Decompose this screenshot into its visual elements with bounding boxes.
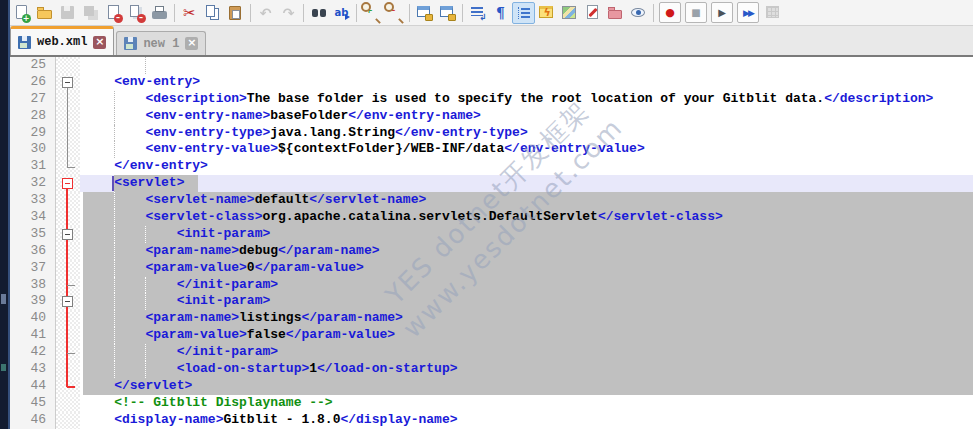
code-text[interactable]: <init-param>: [80, 226, 973, 243]
code-line[interactable]: 38 </init-param>: [8, 277, 973, 294]
fold-margin: [55, 344, 80, 361]
macro-play-button[interactable]: ▶: [711, 2, 733, 23]
macro-record-button[interactable]: ●: [659, 2, 681, 23]
macro-run-multiple-button[interactable]: ▶▶: [737, 2, 759, 23]
code-text[interactable]: <servlet>: [80, 175, 973, 192]
code-line[interactable]: 40 <param-name>listings</param-name>: [8, 310, 973, 327]
closeall-icon: [128, 4, 146, 22]
code-text[interactable]: <servlet-class>org.apache.catalina.servl…: [80, 209, 973, 226]
code-text[interactable]: <param-name>listings</param-name>: [80, 310, 973, 327]
print-icon: [151, 4, 169, 22]
code-text[interactable]: <env-entry>: [80, 74, 973, 91]
code-line[interactable]: 27 <description>The base folder is used …: [8, 91, 973, 108]
code-line[interactable]: 26 <env-entry>: [8, 74, 973, 91]
code-text[interactable]: <env-entry-name>baseFolder</env-entry-na…: [80, 108, 973, 125]
code-text[interactable]: [80, 57, 973, 74]
folder-as-workspace-button[interactable]: [604, 2, 627, 24]
replace-button[interactable]: ab: [330, 2, 353, 24]
code-editor[interactable]: 2526 <env-entry>27 <description>The base…: [8, 57, 973, 429]
sync-horizontal-scroll-button[interactable]: [436, 2, 459, 24]
indent-guide: [145, 293, 146, 310]
code-line[interactable]: 25: [8, 57, 973, 74]
tab-close-icon[interactable]: ×: [185, 37, 198, 50]
copy-button[interactable]: [201, 2, 224, 24]
fold-toggle[interactable]: [62, 229, 73, 240]
code-line[interactable]: 33 <servlet-name>default</servlet-name>: [8, 192, 973, 209]
code-text[interactable]: <description>The base folder is used to …: [80, 91, 973, 108]
close-button[interactable]: [102, 2, 125, 24]
code-line[interactable]: 35 <init-param>: [8, 226, 973, 243]
macro-stop-button[interactable]: ■: [685, 2, 707, 23]
code-text[interactable]: <env-entry-type>java.lang.String</env-en…: [80, 125, 973, 142]
code-line[interactable]: 41 <param-value>false</param-value>: [8, 327, 973, 344]
undo-button[interactable]: ↶: [254, 2, 277, 24]
code-line[interactable]: 37 <param-value>0</param-value>: [8, 260, 973, 277]
save-all-button[interactable]: [79, 2, 102, 24]
map-icon: [561, 4, 579, 22]
indent-guide: [114, 243, 115, 260]
code-text[interactable]: </env-entry>: [80, 158, 973, 175]
fold-toggle[interactable]: [62, 77, 73, 88]
xml-tag: <param-value>: [145, 260, 246, 275]
code-line[interactable]: 29 <env-entry-type>java.lang.String</env…: [8, 125, 973, 142]
code-line[interactable]: 43 <load-on-startup>1</load-on-startup>: [8, 361, 973, 378]
code-text[interactable]: <init-param>: [80, 293, 973, 310]
xml-tag: <display-name>: [114, 412, 223, 427]
code-line[interactable]: 32 <servlet>: [8, 175, 973, 192]
find-button[interactable]: [307, 2, 330, 24]
tab-web-xml[interactable]: web.xml×: [10, 26, 114, 55]
fold-mark: [66, 327, 68, 344]
code-text[interactable]: </servlet>: [80, 378, 973, 395]
cut-button[interactable]: ✂: [178, 2, 201, 24]
zoom-in-button[interactable]: +: [360, 2, 383, 24]
macro-save-button[interactable]: [761, 2, 784, 24]
show-all-characters-button[interactable]: ¶: [489, 2, 512, 24]
code-text[interactable]: <param-value>0</param-value>: [80, 260, 973, 277]
function-list-button[interactable]: [581, 2, 604, 24]
new-icon: [13, 4, 31, 22]
xml-tag: </param-name>: [301, 310, 402, 325]
code-line[interactable]: 45 <!-- Gitblit Displayname -->: [8, 395, 973, 412]
xml-tag: </env-entry-type>: [395, 125, 528, 140]
code-text[interactable]: <servlet-name>default</servlet-name>: [80, 192, 973, 209]
monitoring-button[interactable]: [627, 2, 650, 24]
print-button[interactable]: [148, 2, 171, 24]
fold-toggle[interactable]: [62, 296, 73, 307]
open-file-button[interactable]: [33, 2, 56, 24]
tab-new-1[interactable]: new 1×: [116, 31, 206, 55]
fold-margin: [55, 327, 80, 344]
zoom-out-button[interactable]: −: [383, 2, 406, 24]
save-button[interactable]: [56, 2, 79, 24]
define-language-button[interactable]: [535, 2, 558, 24]
code-line[interactable]: 46 <display-name>Gitblit - 1.8.0</displa…: [8, 412, 973, 429]
redo-button[interactable]: ↷: [277, 2, 300, 24]
code-line[interactable]: 30 <env-entry-value>${contextFolder}/WEB…: [8, 141, 973, 158]
code-text[interactable]: <param-name>debug</param-name>: [80, 243, 973, 260]
code-text[interactable]: </init-param>: [80, 344, 973, 361]
tab-close-icon[interactable]: ×: [93, 36, 106, 49]
word-wrap-button[interactable]: [466, 2, 489, 24]
fold-mark: [67, 285, 75, 286]
paste-button[interactable]: [224, 2, 247, 24]
code-text[interactable]: <param-value>false</param-value>: [80, 327, 973, 344]
code-line[interactable]: 31 </env-entry>: [8, 158, 973, 175]
new-file-button[interactable]: [10, 2, 33, 24]
code-text[interactable]: <env-entry-value>${contextFolder}/WEB-IN…: [80, 141, 973, 158]
code-line[interactable]: 42 </init-param>: [8, 344, 973, 361]
code-line[interactable]: 36 <param-name>debug</param-name>: [8, 243, 973, 260]
code-line[interactable]: 44 </servlet>: [8, 378, 973, 395]
code-line[interactable]: 34 <servlet-class>org.apache.catalina.se…: [8, 209, 973, 226]
fold-toggle[interactable]: [62, 178, 73, 189]
line-number: 30: [8, 141, 55, 158]
code-text[interactable]: <display-name>Gitblit - 1.8.0</display-n…: [80, 412, 973, 429]
document-map-button[interactable]: [558, 2, 581, 24]
close-all-button[interactable]: [125, 2, 148, 24]
code-line[interactable]: 39 <init-param>: [8, 293, 973, 310]
sync-vertical-scroll-button[interactable]: [413, 2, 436, 24]
show-indent-guide-button[interactable]: [512, 2, 535, 24]
code-text[interactable]: <load-on-startup>1</load-on-startup>: [80, 361, 973, 378]
code-line[interactable]: 28 <env-entry-name>baseFolder</env-entry…: [8, 108, 973, 125]
code-text[interactable]: <!-- Gitblit Displayname -->: [80, 395, 973, 412]
xml-text: default: [255, 192, 310, 207]
code-text[interactable]: </init-param>: [80, 277, 973, 294]
